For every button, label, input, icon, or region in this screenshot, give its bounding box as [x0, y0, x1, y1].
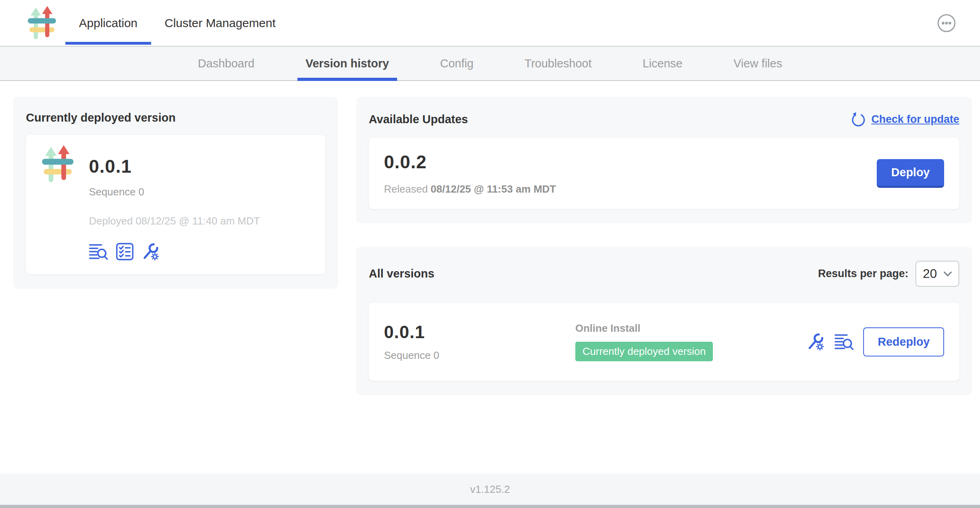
check-for-update-link[interactable]: Check for update [850, 111, 959, 127]
deployed-version-info: 0.0.1 Sequence 0 Deployed 08/12/25 @ 11:… [89, 145, 260, 261]
version-row-info: 0.0.1 Sequence 0 [384, 322, 575, 362]
refresh-icon [850, 111, 866, 127]
tab-application-label: Application [79, 16, 138, 30]
subnav-tab-license[interactable]: License [635, 47, 691, 80]
active-subnav-underline [297, 78, 397, 81]
chevron-down-icon [943, 271, 952, 277]
all-versions-title: All versions [369, 267, 434, 280]
console-version: v1.125.2 [470, 483, 510, 496]
main-content: Currently deployed version 0.0.1 Sequenc… [0, 81, 980, 474]
deployed-version-card: 0.0.1 Sequence 0 Deployed 08/12/25 @ 11:… [26, 135, 325, 274]
ellipsis-menu-icon [937, 14, 956, 33]
update-version-number: 0.0.2 [384, 151, 877, 173]
tab-cluster-management-label: Cluster Management [165, 16, 276, 30]
app-logo-icon [26, 6, 60, 40]
subnav-tab-config[interactable]: Config [432, 47, 482, 80]
deployed-timestamp: Deployed 08/12/25 @ 11:40 am MDT [89, 215, 260, 227]
available-updates-section: Available Updates Check for update 0.0.2… [356, 97, 972, 223]
view-config-button[interactable] [142, 242, 160, 261]
view-deploy-logs-button[interactable] [89, 243, 108, 260]
row-sequence: Sequence 0 [384, 349, 575, 362]
view-logs-icon [89, 243, 108, 260]
results-per-page-label: Results per page: [818, 268, 909, 280]
top-header: Application Cluster Management [0, 0, 980, 46]
deployed-version-number: 0.0.1 [89, 156, 260, 177]
deployed-actions [89, 242, 260, 261]
deploy-button[interactable]: Deploy [877, 159, 944, 188]
redeploy-button[interactable]: Redeploy [863, 327, 944, 356]
overflow-menu-button[interactable] [937, 14, 956, 33]
install-type-label: Online Install [575, 322, 807, 335]
currently-deployed-title: Currently deployed version [26, 111, 325, 124]
row-view-config-button[interactable] [807, 333, 825, 351]
preflight-checks-button[interactable] [116, 243, 134, 260]
currently-deployed-section: Currently deployed version 0.0.1 Sequenc… [13, 97, 338, 289]
preflight-checklist-icon [116, 243, 134, 260]
available-updates-title: Available Updates [369, 113, 468, 126]
update-info: 0.0.2 Released 08/12/25 @ 11:53 am MDT [384, 151, 877, 195]
version-row-status: Online Install Currently deployed versio… [575, 322, 807, 361]
right-column: Available Updates Check for update 0.0.2… [356, 97, 972, 395]
subnav-tab-troubleshoot[interactable]: Troubleshoot [517, 47, 600, 80]
deployed-sequence: Sequence 0 [89, 186, 260, 198]
results-per-page-value: 20 [923, 266, 937, 281]
app-logo-icon [39, 145, 78, 183]
available-update-card: 0.0.2 Released 08/12/25 @ 11:53 am MDT D… [369, 138, 959, 209]
currently-deployed-badge: Currently deployed version [575, 342, 713, 361]
config-wrench-gear-icon [142, 242, 160, 261]
all-versions-section: All versions Results per page: 20 0.0.1 … [356, 246, 972, 395]
subnav-tab-version-history[interactable]: Version history [297, 47, 397, 80]
footer: v1.125.2 [0, 474, 980, 505]
app-subnav: Dashboard Version history Config Trouble… [0, 46, 980, 81]
version-row: 0.0.1 Sequence 0 Online Install Currentl… [369, 303, 959, 381]
tab-cluster-management[interactable]: Cluster Management [151, 0, 289, 46]
subnav-tab-view-files[interactable]: View files [726, 47, 790, 80]
row-version-number: 0.0.1 [384, 322, 575, 342]
config-wrench-gear-icon [807, 333, 825, 351]
bottom-edge-strip [0, 505, 980, 508]
row-view-logs-button[interactable] [834, 333, 854, 350]
update-released-timestamp: Released 08/12/25 @ 11:53 am MDT [384, 183, 877, 195]
results-per-page-select[interactable]: 20 [915, 261, 959, 287]
results-per-page: Results per page: 20 [818, 261, 959, 287]
version-row-actions: Redeploy [807, 327, 944, 356]
subnav-tab-dashboard[interactable]: Dashboard [190, 47, 262, 80]
active-tab-underline [65, 42, 151, 45]
tab-application[interactable]: Application [65, 0, 151, 46]
view-logs-icon [834, 333, 854, 350]
